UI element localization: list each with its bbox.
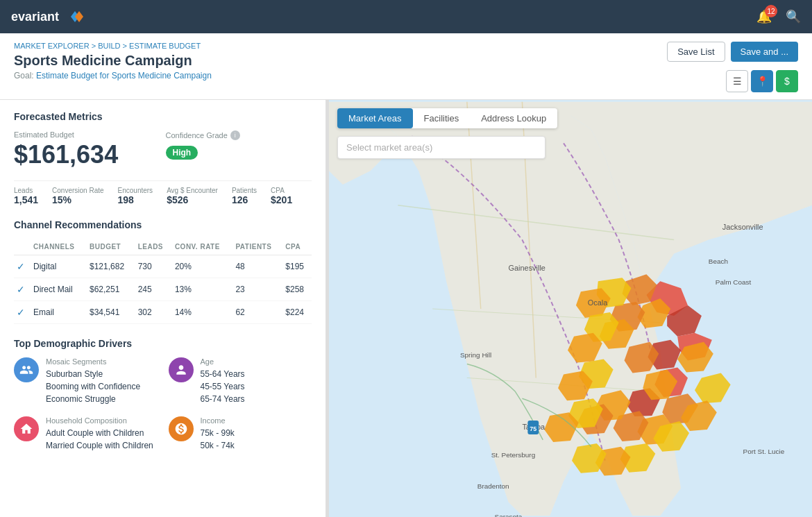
tab-market-areas[interactable]: Market Areas — [337, 108, 413, 128]
stat-patients: Patients 126 — [232, 187, 257, 205]
goal-value: Estimate Budget for Sports Medicine Camp… — [36, 71, 212, 80]
col-patients: PATIENTS — [232, 239, 282, 255]
svg-marker-2 — [75, 11, 83, 22]
map-view-button[interactable]: 📍 — [751, 70, 773, 92]
stat-avg-encounter: Avg $ Encounter $526 — [167, 187, 218, 205]
goal-label: Goal: — [14, 71, 34, 80]
col-cpa: CPA — [282, 239, 312, 255]
main-layout: Forecasted Metrics Estimated Budget $161… — [0, 100, 812, 517]
confidence-grade-badge: High — [166, 146, 198, 160]
demographic-drivers: Top Demographic Drivers Mosaic Segments … — [14, 338, 312, 452]
col-conv-rate: CONV. RATE — [172, 239, 233, 255]
check-email[interactable]: ✓ — [17, 307, 25, 318]
col-check — [14, 239, 31, 255]
stat-cpa: CPA $201 — [271, 187, 292, 205]
estimated-budget-label: Estimated Budget — [14, 130, 160, 139]
breadcrumb: MARKET EXPLORER > BUILD > ESTIMATE BUDGE… — [14, 42, 212, 50]
household-icon — [14, 416, 39, 441]
table-row: ✓ Email $34,541 302 14% 62 $224 — [14, 301, 312, 324]
forecasted-metrics-title: Forecasted Metrics — [14, 111, 312, 122]
confidence-info-icon: i — [230, 130, 240, 140]
svg-text:Port St. Lucie: Port St. Lucie — [743, 448, 785, 455]
stat-conversion-rate: Conversion Rate 15% — [52, 187, 103, 205]
svg-text:evariant: evariant — [11, 10, 59, 24]
map-panel: Gainesville Ocala Palm Coast Beach Sprin… — [329, 100, 812, 517]
svg-text:Bradenton: Bradenton — [477, 482, 509, 490]
demo-income: Income 75k - 99k50k - 74k — [169, 416, 312, 452]
stats-row: Leads 1,541 Conversion Rate 15% Encounte… — [14, 180, 312, 205]
budget-view-button[interactable]: $ — [776, 70, 798, 92]
svg-text:Ocala: Ocala — [588, 298, 608, 307]
save-list-button[interactable]: Save List — [667, 42, 725, 62]
metrics-grid: Estimated Budget $161,634 Confidence Gra… — [14, 130, 312, 169]
goal-text: Goal: Estimate Budget for Sports Medicin… — [14, 71, 212, 80]
demo-mosaic: Mosaic Segments Suburban StyleBooming wi… — [14, 357, 158, 405]
demo-grid: Mosaic Segments Suburban StyleBooming wi… — [14, 357, 312, 452]
svg-text:St. Petersburg: St. Petersburg — [491, 451, 536, 459]
estimated-budget-section: Estimated Budget $161,634 — [14, 130, 160, 169]
demographic-title: Top Demographic Drivers — [14, 338, 312, 349]
confidence-grade-section: Confidence Grade i High — [166, 130, 312, 169]
estimated-budget-value: $161,634 — [14, 140, 160, 169]
channel-table: CHANNELS BUDGET LEADS CONV. RATE PATIENT… — [14, 239, 312, 324]
col-channels: CHANNELS — [31, 239, 87, 255]
check-digital[interactable]: ✓ — [17, 261, 25, 272]
notification-bell[interactable]: 🔔 12 — [756, 9, 772, 24]
market-area-select[interactable]: Select market area(s) — [337, 136, 545, 159]
select-placeholder: Select market area(s) — [346, 142, 432, 153]
svg-text:Beach: Beach — [709, 257, 728, 265]
svg-text:Sarasota: Sarasota — [495, 513, 523, 517]
list-view-button[interactable]: ☰ — [726, 70, 748, 92]
map-svg: Gainesville Ocala Palm Coast Beach Sprin… — [329, 100, 812, 517]
stat-leads: Leads 1,541 — [14, 187, 38, 205]
svg-text:Gainesville: Gainesville — [509, 264, 545, 272]
tab-address-lookup[interactable]: Address Lookup — [470, 108, 557, 128]
svg-text:Palm Coast: Palm Coast — [716, 278, 752, 286]
demo-age: Age 55-64 Years45-55 Years65-74 Years — [169, 357, 312, 405]
notification-count: 12 — [765, 5, 777, 17]
tab-facilities[interactable]: Facilities — [413, 108, 471, 128]
search-icon[interactable]: 🔍 — [786, 9, 801, 24]
income-icon — [169, 416, 194, 441]
svg-text:Spring Hill: Spring Hill — [460, 351, 491, 359]
confidence-grade-label: Confidence Grade i — [166, 130, 312, 140]
page-header: MARKET EXPLORER > BUILD > ESTIMATE BUDGE… — [0, 33, 812, 100]
svg-text:75: 75 — [530, 425, 536, 432]
age-icon — [169, 357, 194, 382]
save-and-button[interactable]: Save and ... — [731, 42, 798, 62]
channel-recommendations: Channel Recommendations CHANNELS BUDGET … — [14, 219, 312, 324]
map-tabs: Market Areas Facilities Address Lookup — [337, 108, 557, 128]
check-directmail[interactable]: ✓ — [17, 284, 25, 295]
page-title: Sports Medicine Campaign — [14, 53, 212, 69]
stat-encounters: Encounters 198 — [118, 187, 153, 205]
table-row: ✓ Direct Mail $62,251 245 13% 23 $258 — [14, 278, 312, 301]
toolbar-icons: ☰ 📍 $ — [726, 70, 798, 92]
svg-text:Jacksonville: Jacksonville — [722, 223, 763, 231]
col-budget: BUDGET — [87, 239, 135, 255]
channel-section-title: Channel Recommendations — [14, 219, 312, 230]
header-actions: Save List Save and ... ☰ 📍 $ — [667, 42, 798, 92]
table-row: ✓ Digital $121,682 730 20% 48 $195 — [14, 255, 312, 278]
logo: evariant — [11, 8, 87, 25]
mosaic-icon — [14, 357, 39, 382]
demo-household: Household Composition Adult Couple with … — [14, 416, 158, 452]
top-navigation: evariant 🔔 12 🔍 — [0, 0, 812, 33]
left-panel: Forecasted Metrics Estimated Budget $161… — [0, 100, 326, 517]
col-leads: LEADS — [135, 239, 172, 255]
nav-right: 🔔 12 🔍 — [756, 9, 801, 24]
